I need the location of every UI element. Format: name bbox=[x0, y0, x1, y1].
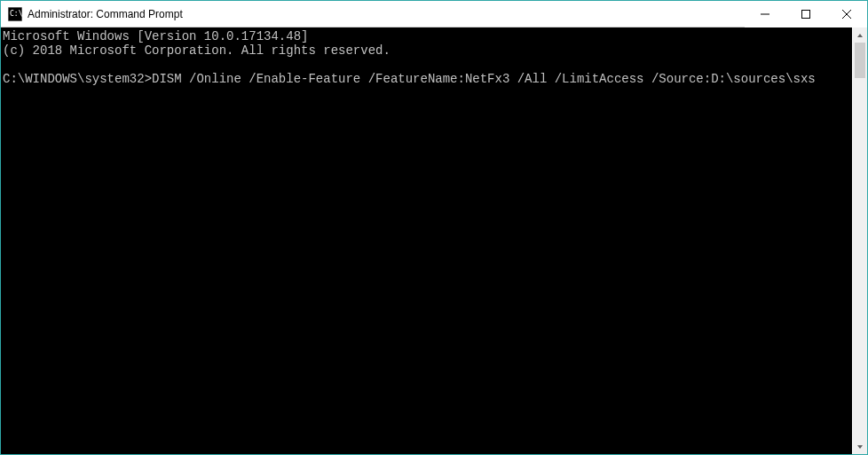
scroll-down-arrow-icon[interactable] bbox=[853, 439, 867, 454]
cmd-icon: C:\ bbox=[8, 7, 22, 21]
minimize-button[interactable] bbox=[745, 1, 785, 27]
svg-marker-8 bbox=[857, 445, 863, 449]
terminal-prompt-line: C:\WINDOWS\system32>DISM /Online /Enable… bbox=[3, 72, 816, 86]
svg-text:C:\: C:\ bbox=[10, 10, 22, 18]
terminal-output[interactable]: Microsoft Windows [Version 10.0.17134.48… bbox=[1, 27, 852, 454]
close-button[interactable] bbox=[826, 1, 867, 27]
client-area: Microsoft Windows [Version 10.0.17134.48… bbox=[1, 27, 867, 454]
titlebar[interactable]: C:\ Administrator: Command Prompt bbox=[1, 1, 867, 27]
scroll-up-arrow-icon[interactable] bbox=[853, 27, 867, 43]
scroll-track[interactable] bbox=[853, 43, 867, 439]
window-controls bbox=[745, 1, 867, 27]
vertical-scrollbar[interactable] bbox=[852, 27, 867, 454]
maximize-button[interactable] bbox=[785, 1, 826, 27]
window-title: Administrator: Command Prompt bbox=[28, 8, 183, 20]
terminal-line: (c) 2018 Microsoft Corporation. All righ… bbox=[3, 43, 391, 58]
svg-rect-4 bbox=[802, 11, 810, 19]
svg-marker-7 bbox=[857, 34, 863, 37]
scroll-thumb[interactable] bbox=[855, 43, 865, 78]
terminal-line: Microsoft Windows [Version 10.0.17134.48… bbox=[3, 29, 308, 43]
terminal-prompt: C:\WINDOWS\system32> bbox=[3, 72, 152, 86]
terminal-command: DISM /Online /Enable-Feature /FeatureNam… bbox=[152, 72, 816, 86]
command-prompt-window: C:\ Administrator: Command Prompt Micros… bbox=[0, 0, 868, 455]
